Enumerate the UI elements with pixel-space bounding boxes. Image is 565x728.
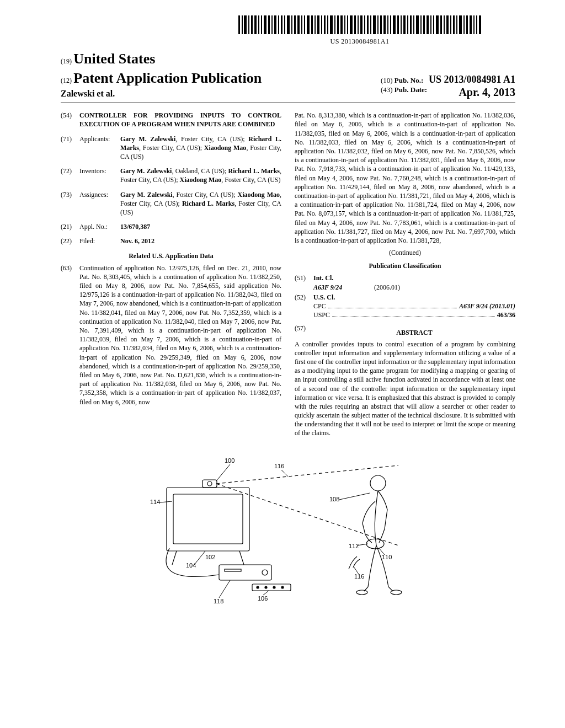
left-column: (54) CONTROLLER FOR PROVIDING INPUTS TO …: [61, 111, 281, 437]
abstract-label: ABSTRACT: [313, 328, 515, 337]
svg-text:108: 108: [329, 496, 339, 502]
int-cl-label: Int. Cl.: [313, 274, 515, 282]
body-columns: (54) CONTROLLER FOR PROVIDING INPUTS TO …: [61, 111, 515, 437]
barcode-number: US 20130084981A1: [204, 38, 515, 46]
svg-rect-27: [327, 15, 328, 34]
title: CONTROLLER FOR PROVIDING INPUTS TO CONTR…: [79, 111, 281, 129]
doc-type: Patent Application Publication: [73, 70, 262, 86]
country: United States: [73, 51, 155, 67]
svg-rect-9: [268, 15, 270, 34]
svg-rect-10: [271, 15, 273, 34]
svg-rect-50: [403, 15, 406, 34]
svg-text:106: 106: [258, 595, 268, 602]
svg-rect-53: [413, 15, 414, 34]
svg-rect-7: [261, 15, 262, 34]
related-heading: Related U.S. Application Data: [61, 251, 281, 260]
dotted-fill-icon: [332, 313, 495, 317]
filed-num: (22): [61, 237, 79, 245]
svg-rect-75: [173, 494, 243, 544]
svg-rect-30: [337, 15, 339, 34]
pub-no-label: Pub. No.:: [395, 76, 423, 84]
svg-rect-25: [321, 15, 322, 34]
svg-point-85: [281, 586, 284, 588]
svg-text:102: 102: [205, 554, 215, 560]
svg-rect-40: [370, 15, 371, 34]
barcode-block: US 20130084981A1: [204, 15, 515, 46]
authors: Zalewski et al.: [61, 88, 262, 99]
svg-rect-58: [430, 15, 431, 34]
svg-rect-68: [463, 15, 465, 34]
divider: [61, 103, 515, 103]
svg-rect-26: [324, 15, 326, 34]
svg-rect-74: [167, 488, 249, 551]
us-cl-num: (52): [295, 293, 313, 320]
us-cl-label: U.S. Cl.: [313, 293, 515, 302]
svg-rect-22: [311, 15, 313, 34]
svg-rect-16: [291, 15, 292, 34]
svg-rect-21: [307, 15, 310, 34]
svg-rect-41: [373, 15, 376, 34]
svg-rect-80: [225, 569, 241, 571]
pub-class-heading: Publication Classification: [295, 261, 515, 270]
svg-point-86: [370, 475, 386, 491]
svg-point-77: [207, 481, 212, 486]
svg-rect-59: [433, 15, 434, 34]
title-num: (54): [61, 111, 79, 129]
svg-rect-73: [479, 15, 481, 34]
svg-point-82: [257, 586, 259, 588]
svg-rect-13: [281, 15, 282, 34]
svg-rect-24: [317, 15, 319, 34]
svg-rect-71: [473, 15, 475, 34]
svg-rect-45: [387, 15, 388, 34]
abstract: A controller provides inputs to control …: [295, 340, 515, 438]
continued: (Continued): [295, 248, 515, 257]
svg-text:116: 116: [274, 463, 284, 469]
inventors-label: Inventors:: [79, 167, 120, 184]
svg-rect-57: [427, 15, 429, 34]
uspc-label: USPC: [313, 311, 330, 319]
svg-rect-12: [278, 15, 279, 34]
svg-rect-29: [334, 15, 335, 34]
svg-rect-49: [401, 15, 402, 34]
svg-rect-48: [397, 15, 399, 34]
applicants-label: Applicants:: [79, 135, 120, 162]
svg-rect-78: [219, 565, 271, 580]
svg-text:100: 100: [225, 457, 234, 464]
svg-rect-52: [410, 15, 412, 34]
svg-rect-4: [251, 15, 253, 34]
assignees-num: (73): [61, 190, 79, 217]
svg-rect-18: [297, 15, 300, 34]
svg-rect-56: [423, 15, 425, 34]
svg-rect-72: [476, 15, 477, 34]
pub-no-num: (10): [381, 76, 393, 84]
dotted-fill-icon: [328, 304, 457, 308]
applicants: Gary M. Zalewski, Foster City, CA (US); …: [120, 135, 281, 162]
svg-rect-60: [436, 15, 439, 34]
svg-rect-15: [287, 15, 290, 34]
continuation-text: Continuation of application No. 12/975,1…: [79, 264, 281, 406]
svg-rect-61: [440, 15, 442, 34]
svg-rect-55: [420, 15, 422, 34]
continuation-top: Pat. No. 8,313,380, which is a continuat…: [295, 111, 515, 245]
continuation-num: (63): [61, 264, 79, 406]
barcode-icon: [238, 15, 481, 34]
svg-rect-32: [344, 15, 345, 34]
int-cl-ver: (2006.01): [374, 283, 400, 292]
cpc-val: A63F 9/24 (2013.01): [459, 302, 515, 311]
svg-text:104: 104: [186, 562, 196, 569]
svg-rect-33: [347, 15, 348, 34]
applicants-num: (71): [61, 135, 79, 162]
pub-no: US 2013/0084981 A1: [429, 74, 515, 85]
svg-point-83: [265, 586, 267, 588]
svg-rect-66: [456, 15, 457, 34]
svg-rect-34: [350, 15, 353, 34]
cpc-label: CPC: [313, 302, 326, 311]
svg-rect-35: [354, 15, 356, 34]
svg-rect-38: [364, 15, 365, 34]
svg-point-87: [356, 590, 367, 595]
svg-rect-67: [459, 15, 462, 34]
svg-rect-43: [380, 15, 382, 34]
pub-date-num: (43): [381, 85, 393, 94]
svg-rect-76: [202, 480, 217, 488]
country-num: (19): [61, 57, 72, 65]
